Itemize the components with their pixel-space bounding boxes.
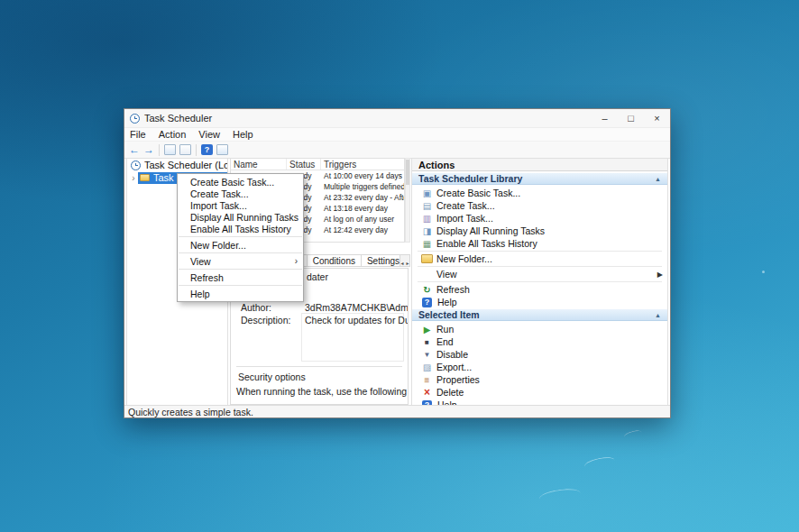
window-title: Task Scheduler [144,113,212,124]
context-menu-item-enable-all-tasks-history[interactable]: Enable All Tasks History [178,223,303,234]
task-triggers-cell: At 10:00 every 14 days [321,171,404,180]
forward-icon[interactable] [142,143,156,157]
task-triggers-cell: Multiple triggers defined [321,182,404,191]
action-create-task[interactable]: Create Task... [412,199,667,212]
action-display-all-running-tasks[interactable]: Display All Running Tasks [412,225,667,237]
menu-item-label: Display All Running Tasks [190,212,298,223]
column-header-status[interactable]: Status [287,159,321,170]
toolbar-separator [196,144,197,156]
display-running-tasks-icon [421,225,433,236]
security-options-heading: Security options [238,371,306,382]
menu-action[interactable]: Action [153,129,194,140]
export-icon [421,362,433,372]
action-label: Display All Running Tasks [436,225,545,236]
context-menu-item-display-all-running-tasks[interactable]: Display All Running Tasks [178,211,303,223]
context-menu: Create Basic Task...Create Task...Import… [177,173,304,302]
menu-separator [179,285,302,286]
task-triggers-cell: At 12:42 every day [321,225,404,234]
export-list-icon[interactable] [179,144,191,155]
action-label: Create Task... [436,200,495,211]
menu-separator [179,269,302,270]
menu-help[interactable]: Help [227,129,261,140]
action-enable-all-tasks-history[interactable]: Enable All Tasks History [412,237,667,250]
action-label: Enable All Tasks History [436,238,537,249]
status-text: Quickly creates a simple task. [128,407,253,417]
menu-view[interactable]: View [193,129,227,140]
show-action-pane-icon[interactable] [216,144,228,155]
action-create-basic-task[interactable]: Create Basic Task... [412,187,667,199]
folder-icon [140,174,150,181]
context-menu-item-new-folder[interactable]: New Folder... [178,239,303,251]
action-refresh[interactable]: Refresh [412,283,667,296]
context-menu-item-create-task[interactable]: Create Task... [178,188,303,199]
context-menu-item-import-task[interactable]: Import Task... [178,199,303,211]
action-label: New Folder... [436,253,492,264]
maximize-button[interactable]: □ [618,109,644,127]
help-icon [422,298,432,307]
action-label: Properties [436,374,480,385]
action-end[interactable]: End [412,335,667,348]
actions-pane-title: Actions [412,159,667,171]
back-icon[interactable] [127,143,142,157]
menu-item-label: Refresh [190,272,224,283]
action-label: Disable [436,349,468,360]
action-new-folder[interactable]: New Folder... [412,252,667,265]
menu-item-label: Enable All Tasks History [190,224,291,234]
menu-item-label: Create Task... [190,188,249,199]
action-properties[interactable]: Properties [412,373,667,386]
menu-item-label: View [190,256,211,267]
expand-chevron-icon[interactable] [129,173,138,183]
context-menu-item-view[interactable]: View› [178,255,303,267]
scrollbar-thumb[interactable] [406,160,409,185]
run-icon [421,324,433,335]
menu-item-label: Import Task... [190,200,247,211]
help-icon[interactable] [201,144,213,155]
actions-separator [418,266,662,267]
actions-section-title: Task Scheduler Library [418,173,522,184]
properties-icon [421,374,433,385]
tab-conditions[interactable]: Conditions [307,254,362,267]
actions-section-header-task-scheduler-library[interactable]: Task Scheduler Library▲ [412,172,667,185]
task-list-scrollbar[interactable] [405,158,410,243]
menu-item-label: Create Basic Task... [190,177,274,188]
actions-section-header-selected-item[interactable]: Selected Item▲ [412,308,667,321]
minimize-button[interactable]: – [592,109,618,127]
action-view[interactable]: View▶ [412,268,667,280]
tab-scroll-left-icon[interactable] [400,252,405,269]
column-header-name[interactable]: Name [231,159,287,170]
collapse-icon[interactable]: ▲ [655,312,661,318]
toolbar-separator [159,144,160,156]
menu-item-label: New Folder... [190,240,246,251]
task-table-header: Name Status Triggers [231,159,404,170]
menu-file[interactable]: File [124,129,153,140]
column-header-triggers[interactable]: Triggers [321,159,404,170]
action-delete[interactable]: Delete [412,386,667,399]
tab-settings[interactable]: Settings [361,254,400,267]
tab-scroll-right-icon[interactable] [406,252,410,269]
security-options-text: When running the task, use the following… [236,386,409,397]
context-menu-item-create-basic-task[interactable]: Create Basic Task... [178,176,303,188]
show-console-tree-icon[interactable] [164,144,176,155]
desktop-decoration [538,487,582,505]
create-task-icon [421,200,433,211]
context-menu-item-refresh[interactable]: Refresh [178,271,303,283]
action-disable[interactable]: Disable [412,348,667,361]
menu-bar: File Action View Help [124,128,670,142]
desktop: Task Scheduler – □ × File Action View He… [0,0,799,532]
context-menu-item-help[interactable]: Help [178,288,303,299]
close-button[interactable]: × [644,109,670,127]
toolbar [124,142,670,159]
action-help[interactable]: Help [412,296,667,308]
task-name-fragment: dater [307,271,328,282]
task-scheduler-app-icon [130,114,140,124]
action-export[interactable]: Export... [412,361,667,373]
tree-item-task-scheduler-local[interactable]: Task Scheduler (Local) [127,159,227,171]
collapse-icon[interactable]: ▲ [655,176,661,182]
tab-scroll-buttons[interactable] [400,254,410,267]
submenu-arrow-icon: › [295,256,298,266]
action-import-task[interactable]: Import Task... [412,212,667,225]
action-run[interactable]: Run [412,323,667,335]
action-label: End [436,336,454,347]
title-bar[interactable]: Task Scheduler – □ × [124,109,670,128]
status-bar: Quickly creates a simple task. [124,405,670,417]
